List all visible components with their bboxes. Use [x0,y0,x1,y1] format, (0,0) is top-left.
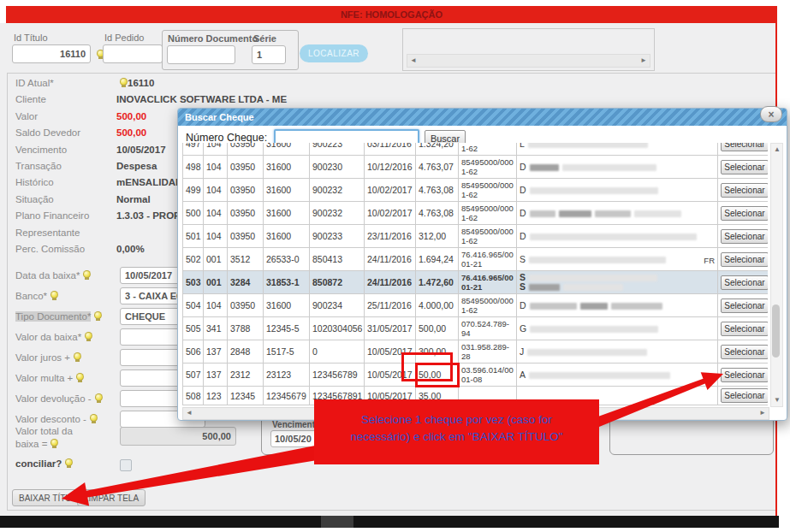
redacted-text [529,284,560,291]
cell-cheque: 900232 [310,179,365,202]
vertical-scrollbar[interactable]: ▲ ▼ [770,143,783,407]
cell-documento: 85495000/0001-62 [459,225,517,248]
cheque-row: 501104039503160090023323/11/2016312,0085… [183,225,769,248]
cell-agencia: 12345 [228,387,264,405]
cell-id: 505 [183,317,204,340]
cell-nome-redacted: D [517,179,718,202]
redacted-text [529,275,657,281]
selecionar-button[interactable]: Selecionar [721,322,768,336]
cell-banco: 341 [204,317,228,340]
cell-banco: 137 [204,340,228,364]
serie-input[interactable] [252,45,286,64]
annotation-line2: necessário) e click em "BAIXAR TÍTULO" [351,430,563,443]
valor-total-baixa-input [120,427,236,446]
name-initial: D [520,208,526,218]
hint-bulb-icon [85,332,92,342]
vencimento-label: Vencimento [272,420,320,429]
annotation-note: Selecione 1 cheque por vez (caso for nec… [314,399,599,464]
cell-data: 24/11/2016 [365,271,416,294]
cell-nome-redacted: L [517,143,718,156]
hint-bulb-icon [50,291,58,301]
cell-select: Selecionar [718,202,769,225]
scroll-down-icon[interactable]: ▼ [774,395,781,405]
selecionar-button[interactable]: Selecionar [721,160,768,174]
cell-data: 24/11/2016 [365,248,416,271]
cell-conta: 12345-5 [264,317,310,340]
top-right-panel: ◄ ► [402,28,655,71]
selecionar-button[interactable]: Selecionar [721,143,768,151]
conciliar-checkbox[interactable] [120,459,132,471]
id-pedido-input[interactable] [103,44,163,63]
selecionar-button[interactable]: Selecionar [721,252,768,267]
scroll-right-icon[interactable]: ► [640,56,647,66]
name-initial: S [520,281,526,292]
name-initial: G [520,323,526,334]
cell-documento: 76.416.965/0001-21 [459,271,517,294]
cell-data: 03/11/2016 [365,143,416,156]
app-window: NFE: HOMOLOGAÇÃO Id Título Id Pedido Núm… [0,0,790,532]
environment-banner: NFE: HOMOLOGAÇÃO [6,6,777,23]
hint-bulb-icon [76,373,84,383]
redacted-name-line: D [520,232,715,241]
selecionar-button[interactable]: Selecionar [721,368,768,382]
cell-documento: 85495000/0001-62 [459,202,517,225]
selecionar-button[interactable]: Selecionar [721,345,768,359]
detail-label: Valor [15,109,116,125]
scroll-left-icon[interactable]: ◄ [186,408,193,418]
dialog-titlebar[interactable]: Buscar Cheque [178,109,787,126]
cell-documento: 85495000/0001-62 [459,294,517,317]
cell-nome-redacted: D [517,294,718,317]
cell-cheque: 1020304056 [310,317,365,340]
cell-valor: 4.763,08 [416,179,459,202]
cell-banco: 123 [204,387,228,405]
valor-multa-label: Valor multa + [15,373,73,383]
numero-documento-input[interactable] [167,45,235,64]
selecionar-button[interactable]: Selecionar [721,299,768,313]
scroll-up-icon[interactable]: ▲ [774,145,781,155]
cell-select: Selecionar [718,317,769,340]
redacted-text [530,164,559,171]
redacted-name-line: J [520,347,715,357]
redacted-name-line: D [520,186,715,195]
detail-row: ClienteINOVACLICK SOFTWARE LTDA - ME [15,92,358,108]
detail-label: ID Atual* [15,75,116,92]
hint-bulb-icon [65,458,73,469]
cell-conta: 31600 [264,225,310,248]
cell-valor: 1.694,24 [416,248,459,271]
hint-bulb-icon [83,270,91,281]
cell-agencia: 03950 [228,202,264,225]
cell-valor: 4.000,00 [416,294,459,317]
cell-select: Selecionar [718,156,769,179]
redacted-text [580,303,608,310]
id-titulo-input[interactable] [12,44,91,63]
horizontal-scrollbar[interactable]: ◄ ► [407,54,650,68]
selecionar-button[interactable]: Selecionar [721,275,768,290]
name-initial: J [520,346,524,357]
cell-cheque: 850413 [310,248,365,271]
name-initial: D [520,300,526,310]
detail-value: 500,00 [116,127,146,138]
cell-conta: 12345679 [264,387,310,405]
scroll-right-icon[interactable]: ► [759,408,766,418]
limpar-tela-button[interactable]: LIMPAR TELA [77,489,146,506]
close-icon[interactable]: × [760,106,782,122]
redacted-text [527,349,647,356]
valor-desconto-label: Valor desconto - [15,414,86,424]
scrollbar-thumb[interactable] [772,304,780,358]
cell-banco: 104 [204,179,228,202]
redacted-name-line: S [520,273,715,282]
redacted-name-line: D [520,301,715,310]
redacted-text [634,210,681,217]
cell-cheque: 850872 [310,271,365,294]
redacted-text [611,303,662,310]
selecionar-button[interactable]: Selecionar [721,206,768,221]
selecionar-button[interactable]: Selecionar [721,183,768,198]
id-titulo-label: Id Título [14,33,48,43]
localizar-button[interactable]: LOCALIZAR [300,44,368,62]
selecionar-button[interactable]: Selecionar [721,229,768,244]
cell-conta: 1517-5 [264,340,310,364]
redacted-name-line: D [520,209,715,218]
selecionar-button[interactable]: Selecionar [721,388,768,403]
scroll-left-icon[interactable]: ◄ [410,56,417,66]
cell-agencia: 3512 [228,248,264,271]
